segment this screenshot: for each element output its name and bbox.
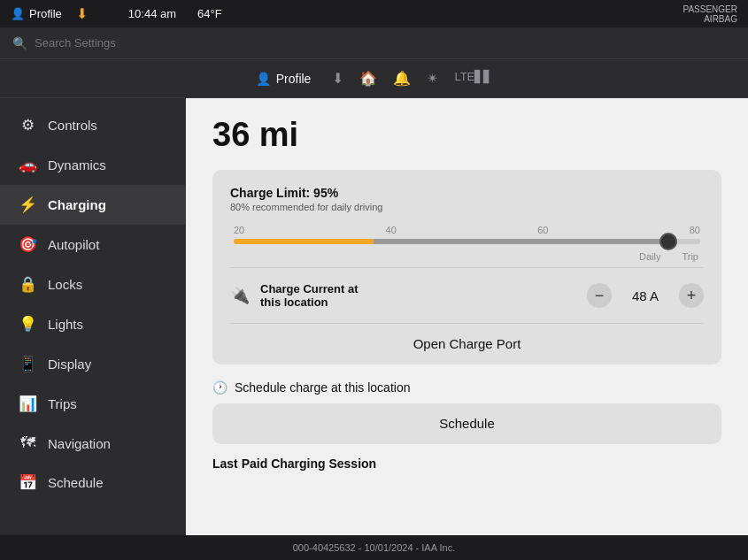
- content-area: 36 mi Charge Limit: 95% 80% recommended …: [186, 98, 748, 535]
- daily-label: Daily: [639, 251, 660, 262]
- plug-icon: 🔌: [230, 286, 250, 305]
- autopilot-icon: 🎯: [18, 235, 37, 254]
- charge-limit-sub: 80% recommended for daily driving: [230, 202, 704, 212]
- sidebar-item-controls[interactable]: ⚙ Controls: [0, 105, 185, 145]
- schedule-header: 🕐 Schedule charge at this location: [212, 380, 721, 395]
- sidebar-item-lights[interactable]: 💡 Lights: [0, 304, 185, 344]
- signal-icon[interactable]: LTE▋▋: [454, 70, 492, 87]
- main-area: ⚙ Controls 🚗 Dynamics ⚡ Charging 🎯 Autop…: [0, 98, 748, 535]
- lights-icon: 💡: [18, 315, 37, 334]
- slider-label-80: 80: [690, 225, 700, 235]
- sidebar-label-locks: Locks: [48, 277, 82, 292]
- bottom-bar: 000-40425632 - 10/01/2024 - IAA Inc.: [0, 535, 748, 560]
- slider-label-60: 60: [537, 225, 548, 235]
- sidebar-label-display: Display: [48, 357, 91, 372]
- airbag-indicator: PASSENGERAIRBAG: [683, 4, 738, 24]
- range-display: 36 mi: [212, 116, 721, 154]
- sidebar-item-navigation[interactable]: 🗺 Navigation: [0, 424, 185, 463]
- profile-user-icon: 👤: [256, 72, 271, 86]
- charge-decrement-button[interactable]: −: [587, 283, 612, 308]
- sidebar-item-dynamics[interactable]: 🚗 Dynamics: [0, 145, 185, 185]
- search-bar[interactable]: 🔍: [0, 27, 748, 59]
- profile-nav: 👤 Profile ⬇ 🏠 🔔 ✴ LTE▋▋: [0, 59, 748, 98]
- slider-label-20: 20: [234, 225, 244, 235]
- download-icon[interactable]: ⬇: [332, 70, 343, 87]
- charge-limit-title: Charge Limit: 95%: [230, 186, 704, 200]
- display-icon: 📱: [18, 355, 37, 373]
- clock-icon: 🕐: [212, 380, 227, 395]
- bottom-bar-text: 000-40425632 - 10/01/2024 - IAA Inc.: [293, 542, 455, 553]
- sidebar-label-navigation: Navigation: [48, 436, 111, 451]
- sidebar-label-trips: Trips: [48, 396, 77, 411]
- profile-button[interactable]: 👤 Profile: [256, 72, 312, 86]
- last-session-section: Last Paid Charging Session: [212, 456, 721, 471]
- slider-fill-orange: [234, 239, 374, 244]
- charge-current-row: 🔌 Charge Current atthis location − 48 A …: [230, 267, 704, 323]
- sidebar-item-trips[interactable]: 📊 Trips: [0, 384, 185, 424]
- minus-icon: −: [595, 287, 605, 305]
- charge-slider-container[interactable]: 20 40 60 80 Daily Trip: [230, 225, 704, 262]
- open-charge-port-button[interactable]: Open Charge Port: [230, 336, 704, 351]
- schedule-icon: 📅: [18, 473, 37, 492]
- controls-icon: ⚙: [18, 116, 37, 134]
- dynamics-icon: 🚗: [18, 156, 37, 174]
- slider-track[interactable]: [234, 239, 700, 244]
- charge-increment-button[interactable]: +: [679, 283, 704, 308]
- sidebar-label-dynamics: Dynamics: [48, 157, 106, 173]
- airbag-label: PASSENGERAIRBAG: [683, 4, 738, 24]
- nav-icons: ⬇ 🏠 🔔 ✴ LTE▋▋: [332, 70, 492, 87]
- sidebar-item-charging[interactable]: ⚡ Charging: [0, 185, 185, 225]
- trip-label: Trip: [682, 251, 698, 262]
- search-input[interactable]: [35, 36, 736, 50]
- sidebar-item-autopilot[interactable]: 🎯 Autopilot: [0, 225, 185, 265]
- charge-current-label: Charge Current atthis location: [260, 282, 587, 309]
- sidebar-item-schedule[interactable]: 📅 Schedule: [0, 463, 185, 502]
- building-icon[interactable]: 🏠: [359, 70, 377, 87]
- sidebar-item-display[interactable]: 📱 Display: [0, 344, 185, 384]
- sidebar: ⚙ Controls 🚗 Dynamics ⚡ Charging 🎯 Autop…: [0, 98, 186, 535]
- locks-icon: 🔒: [18, 275, 37, 294]
- slider-label-40: 40: [386, 225, 397, 235]
- sidebar-label-autopilot: Autopilot: [48, 237, 99, 252]
- charging-icon: ⚡: [18, 196, 37, 214]
- charge-current-value: 48 A: [628, 288, 663, 303]
- status-time: 10:44 am: [128, 7, 176, 20]
- search-icon: 🔍: [12, 36, 27, 50]
- charge-card: Charge Limit: 95% 80% recommended for da…: [212, 170, 721, 364]
- status-temp: 64°F: [197, 7, 222, 20]
- navigation-icon: 🗺: [18, 434, 37, 452]
- slider-daily-trip-labels: Daily Trip: [230, 251, 704, 262]
- profile-nav-label: Profile: [276, 72, 312, 86]
- sidebar-label-charging: Charging: [48, 197, 106, 212]
- bluetooth-icon[interactable]: ✴: [427, 70, 438, 87]
- status-bar: 👤 Profile ⬇ 10:44 am 64°F PASSENGERAIRBA…: [0, 0, 748, 27]
- slider-labels: 20 40 60 80: [230, 225, 704, 235]
- sidebar-item-locks[interactable]: 🔒 Locks: [0, 265, 185, 304]
- bell-icon[interactable]: 🔔: [393, 70, 411, 87]
- open-charge-port-row: Open Charge Port: [230, 323, 704, 364]
- sidebar-label-controls: Controls: [48, 118, 97, 133]
- status-profile-label: Profile: [29, 7, 62, 20]
- schedule-button[interactable]: Schedule: [439, 416, 495, 431]
- trips-icon: 📊: [18, 395, 37, 413]
- sidebar-label-schedule: Schedule: [48, 475, 104, 490]
- slider-thumb[interactable]: [659, 233, 677, 250]
- schedule-section: 🕐 Schedule charge at this location Sched…: [212, 380, 721, 444]
- charge-current-controls: − 48 A +: [587, 283, 704, 308]
- schedule-button-row: Schedule: [212, 403, 721, 444]
- slider-fill-gray: [374, 239, 677, 244]
- plus-icon: +: [687, 287, 697, 305]
- sidebar-label-lights: Lights: [48, 317, 83, 332]
- last-session-title: Last Paid Charging Session: [212, 456, 721, 471]
- status-profile: 👤 Profile: [11, 7, 62, 20]
- download-arrow-icon: ⬇: [76, 5, 88, 22]
- person-icon: 👤: [11, 7, 25, 20]
- schedule-header-label: Schedule charge at this location: [235, 380, 410, 395]
